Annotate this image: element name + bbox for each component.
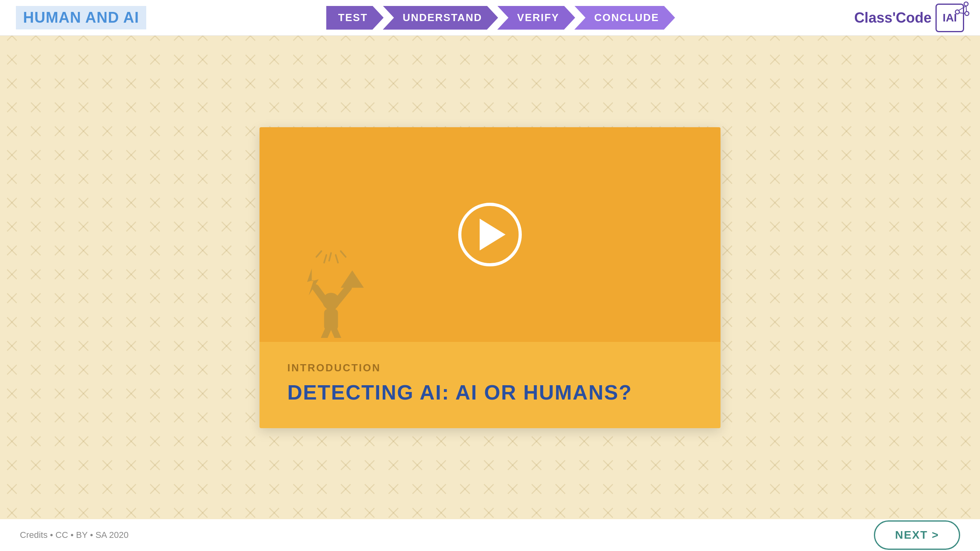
video-label: INTRODUCTION (287, 362, 693, 374)
svg-line-19 (324, 255, 327, 262)
video-card: INTRODUCTION DETECTING AI: AI OR HUMANS? (260, 127, 720, 428)
svg-point-3 (964, 2, 968, 6)
svg-line-20 (341, 251, 346, 257)
tab-understand[interactable]: UNDERSTAND (383, 6, 498, 30)
tab-verify[interactable]: VERIFY (497, 6, 575, 30)
credits-text: Credits • CC • BY • SA 2020 (20, 530, 128, 540)
header: HUMAN AND AI TEST UNDERSTAND VERIFY CONC… (0, 0, 980, 36)
svg-line-8 (959, 13, 965, 14)
svg-marker-16 (341, 270, 364, 288)
logo-text: Class'Code (854, 10, 932, 26)
logo: Class'Code IAI (854, 4, 964, 32)
video-illustration (291, 207, 371, 342)
svg-line-18 (336, 255, 338, 262)
svg-line-21 (316, 251, 322, 257)
svg-line-6 (958, 6, 966, 11)
svg-line-13 (323, 329, 328, 338)
content-wrapper: INTRODUCTION DETECTING AI: AI OR HUMANS? (0, 36, 980, 519)
video-bottom: INTRODUCTION DETECTING AI: AI OR HUMANS? (260, 342, 720, 428)
svg-line-17 (329, 253, 331, 260)
logo-box: IAI (935, 4, 964, 32)
next-button[interactable]: NEXT > (874, 520, 960, 550)
play-icon (480, 219, 505, 250)
tab-conclude[interactable]: CONCLUDE (574, 6, 675, 30)
play-button[interactable] (458, 203, 522, 266)
video-top (260, 127, 720, 342)
video-title: DETECTING AI: AI OR HUMANS? (287, 380, 693, 404)
network-icon (954, 1, 970, 17)
svg-line-14 (334, 329, 339, 338)
svg-line-7 (966, 6, 966, 12)
tab-test[interactable]: TEST (326, 6, 383, 30)
nav-tabs: TEST UNDERSTAND VERIFY CONCLUDE (326, 6, 674, 30)
svg-point-5 (965, 12, 969, 16)
footer: Credits • CC • BY • SA 2020 NEXT > (0, 519, 980, 551)
app-title: HUMAN AND AI (16, 6, 146, 29)
